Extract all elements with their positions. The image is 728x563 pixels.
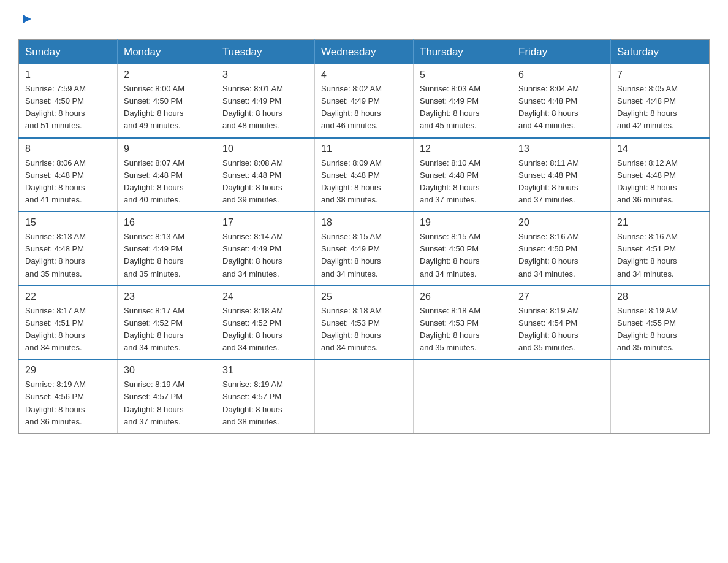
day-header-wednesday: Wednesday xyxy=(315,40,414,65)
day-info: Sunrise: 8:08 AM Sunset: 4:48 PM Dayligh… xyxy=(222,157,308,207)
calendar-week-row: 29 Sunrise: 8:19 AM Sunset: 4:56 PM Dayl… xyxy=(19,359,710,433)
calendar-cell: 2 Sunrise: 8:00 AM Sunset: 4:50 PM Dayli… xyxy=(118,64,216,138)
calendar-cell: 25 Sunrise: 8:18 AM Sunset: 4:53 PM Dayl… xyxy=(315,286,414,360)
calendar-cell: 31 Sunrise: 8:19 AM Sunset: 4:57 PM Dayl… xyxy=(216,359,315,433)
day-info: Sunrise: 8:16 AM Sunset: 4:51 PM Dayligh… xyxy=(617,231,703,280)
calendar-cell: 11 Sunrise: 8:09 AM Sunset: 4:48 PM Dayl… xyxy=(315,138,414,212)
day-number: 27 xyxy=(518,291,604,302)
header-row: SundayMondayTuesdayWednesdayThursdayFrid… xyxy=(19,40,710,65)
calendar-cell xyxy=(414,359,512,433)
calendar-cell: 9 Sunrise: 8:07 AM Sunset: 4:48 PM Dayli… xyxy=(118,138,216,212)
day-number: 22 xyxy=(25,291,111,302)
day-info: Sunrise: 8:13 AM Sunset: 4:48 PM Dayligh… xyxy=(25,231,111,280)
logo xyxy=(18,12,34,27)
calendar-cell: 13 Sunrise: 8:11 AM Sunset: 4:48 PM Dayl… xyxy=(512,138,611,212)
calendar-cell: 1 Sunrise: 7:59 AM Sunset: 4:50 PM Dayli… xyxy=(19,64,118,138)
day-number: 7 xyxy=(617,69,703,80)
calendar-cell: 8 Sunrise: 8:06 AM Sunset: 4:48 PM Dayli… xyxy=(19,138,118,212)
day-info: Sunrise: 8:13 AM Sunset: 4:49 PM Dayligh… xyxy=(124,231,210,280)
day-info: Sunrise: 8:19 AM Sunset: 4:57 PM Dayligh… xyxy=(124,378,210,428)
day-number: 3 xyxy=(222,69,308,80)
day-info: Sunrise: 8:14 AM Sunset: 4:49 PM Dayligh… xyxy=(222,231,308,280)
day-info: Sunrise: 8:19 AM Sunset: 4:54 PM Dayligh… xyxy=(518,305,604,354)
page-header xyxy=(18,12,710,27)
day-info: Sunrise: 8:00 AM Sunset: 4:50 PM Dayligh… xyxy=(124,83,210,132)
day-header-thursday: Thursday xyxy=(414,40,512,65)
day-info: Sunrise: 8:19 AM Sunset: 4:57 PM Dayligh… xyxy=(222,378,308,428)
day-info: Sunrise: 8:12 AM Sunset: 4:48 PM Dayligh… xyxy=(617,157,703,207)
day-number: 26 xyxy=(420,291,506,302)
day-number: 16 xyxy=(124,217,210,228)
calendar-cell: 6 Sunrise: 8:04 AM Sunset: 4:48 PM Dayli… xyxy=(512,64,611,138)
calendar-cell: 17 Sunrise: 8:14 AM Sunset: 4:49 PM Dayl… xyxy=(216,212,315,286)
day-number: 29 xyxy=(25,365,111,376)
day-number: 17 xyxy=(222,217,308,228)
calendar-cell: 24 Sunrise: 8:18 AM Sunset: 4:52 PM Dayl… xyxy=(216,286,315,360)
day-header-monday: Monday xyxy=(118,40,216,65)
calendar-table: SundayMondayTuesdayWednesdayThursdayFrid… xyxy=(18,39,710,434)
day-info: Sunrise: 8:09 AM Sunset: 4:48 PM Dayligh… xyxy=(321,157,407,207)
calendar-cell: 14 Sunrise: 8:12 AM Sunset: 4:48 PM Dayl… xyxy=(611,138,710,212)
calendar-cell: 19 Sunrise: 8:15 AM Sunset: 4:50 PM Dayl… xyxy=(414,212,512,286)
calendar-cell: 16 Sunrise: 8:13 AM Sunset: 4:49 PM Dayl… xyxy=(118,212,216,286)
day-number: 18 xyxy=(321,217,407,228)
day-number: 11 xyxy=(321,144,407,155)
day-info: Sunrise: 8:05 AM Sunset: 4:48 PM Dayligh… xyxy=(617,83,703,132)
day-info: Sunrise: 8:17 AM Sunset: 4:51 PM Dayligh… xyxy=(25,305,111,354)
calendar-cell: 30 Sunrise: 8:19 AM Sunset: 4:57 PM Dayl… xyxy=(118,359,216,433)
day-number: 9 xyxy=(124,144,210,155)
day-info: Sunrise: 8:15 AM Sunset: 4:50 PM Dayligh… xyxy=(420,231,506,280)
calendar-week-row: 8 Sunrise: 8:06 AM Sunset: 4:48 PM Dayli… xyxy=(19,138,710,212)
calendar-cell: 12 Sunrise: 8:10 AM Sunset: 4:48 PM Dayl… xyxy=(414,138,512,212)
day-info: Sunrise: 8:10 AM Sunset: 4:48 PM Dayligh… xyxy=(420,157,506,207)
day-number: 2 xyxy=(124,69,210,80)
day-number: 14 xyxy=(617,144,703,155)
day-info: Sunrise: 8:17 AM Sunset: 4:52 PM Dayligh… xyxy=(124,305,210,354)
day-number: 21 xyxy=(617,217,703,228)
day-info: Sunrise: 8:01 AM Sunset: 4:49 PM Dayligh… xyxy=(222,83,308,132)
calendar-cell: 5 Sunrise: 8:03 AM Sunset: 4:49 PM Dayli… xyxy=(414,64,512,138)
day-info: Sunrise: 8:02 AM Sunset: 4:49 PM Dayligh… xyxy=(321,83,407,132)
day-number: 6 xyxy=(518,69,604,80)
day-number: 28 xyxy=(617,291,703,302)
day-number: 25 xyxy=(321,291,407,302)
calendar-cell: 29 Sunrise: 8:19 AM Sunset: 4:56 PM Dayl… xyxy=(19,359,118,433)
day-number: 8 xyxy=(25,144,111,155)
day-info: Sunrise: 8:18 AM Sunset: 4:53 PM Dayligh… xyxy=(321,305,407,354)
day-number: 4 xyxy=(321,69,407,80)
calendar-cell xyxy=(315,359,414,433)
day-number: 20 xyxy=(518,217,604,228)
calendar-cell: 20 Sunrise: 8:16 AM Sunset: 4:50 PM Dayl… xyxy=(512,212,611,286)
day-number: 30 xyxy=(124,365,210,376)
day-info: Sunrise: 8:03 AM Sunset: 4:49 PM Dayligh… xyxy=(420,83,506,132)
calendar-week-row: 15 Sunrise: 8:13 AM Sunset: 4:48 PM Dayl… xyxy=(19,212,710,286)
day-info: Sunrise: 8:16 AM Sunset: 4:50 PM Dayligh… xyxy=(518,231,604,280)
day-number: 13 xyxy=(518,144,604,155)
day-number: 1 xyxy=(25,69,111,80)
day-number: 12 xyxy=(420,144,506,155)
day-info: Sunrise: 8:18 AM Sunset: 4:52 PM Dayligh… xyxy=(222,305,308,354)
day-number: 15 xyxy=(25,217,111,228)
calendar-cell xyxy=(611,359,710,433)
logo-arrow-icon xyxy=(20,12,34,28)
day-number: 24 xyxy=(222,291,308,302)
day-number: 23 xyxy=(124,291,210,302)
day-header-sunday: Sunday xyxy=(19,40,118,65)
calendar-cell: 27 Sunrise: 8:19 AM Sunset: 4:54 PM Dayl… xyxy=(512,286,611,360)
calendar-cell: 26 Sunrise: 8:18 AM Sunset: 4:53 PM Dayl… xyxy=(414,286,512,360)
day-info: Sunrise: 8:04 AM Sunset: 4:48 PM Dayligh… xyxy=(518,83,604,132)
calendar-cell: 18 Sunrise: 8:15 AM Sunset: 4:49 PM Dayl… xyxy=(315,212,414,286)
calendar-cell: 28 Sunrise: 8:19 AM Sunset: 4:55 PM Dayl… xyxy=(611,286,710,360)
svg-marker-0 xyxy=(23,15,31,23)
day-info: Sunrise: 8:19 AM Sunset: 4:55 PM Dayligh… xyxy=(617,305,703,354)
day-number: 31 xyxy=(222,365,308,376)
calendar-cell: 7 Sunrise: 8:05 AM Sunset: 4:48 PM Dayli… xyxy=(611,64,710,138)
calendar-cell xyxy=(512,359,611,433)
calendar-cell: 23 Sunrise: 8:17 AM Sunset: 4:52 PM Dayl… xyxy=(118,286,216,360)
calendar-cell: 15 Sunrise: 8:13 AM Sunset: 4:48 PM Dayl… xyxy=(19,212,118,286)
calendar-cell: 10 Sunrise: 8:08 AM Sunset: 4:48 PM Dayl… xyxy=(216,138,315,212)
day-header-tuesday: Tuesday xyxy=(216,40,315,65)
day-info: Sunrise: 8:11 AM Sunset: 4:48 PM Dayligh… xyxy=(518,157,604,207)
calendar-cell: 21 Sunrise: 8:16 AM Sunset: 4:51 PM Dayl… xyxy=(611,212,710,286)
day-info: Sunrise: 7:59 AM Sunset: 4:50 PM Dayligh… xyxy=(25,83,111,132)
